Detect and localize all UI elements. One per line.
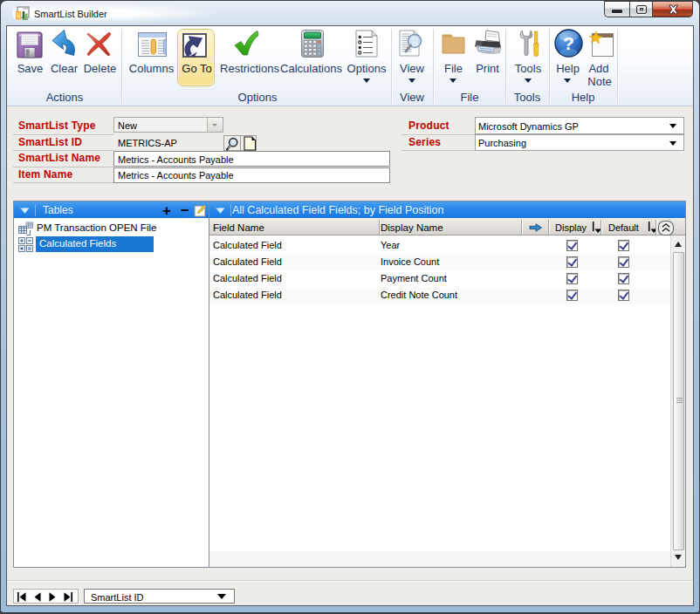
svg-text:?: ? (563, 33, 574, 53)
